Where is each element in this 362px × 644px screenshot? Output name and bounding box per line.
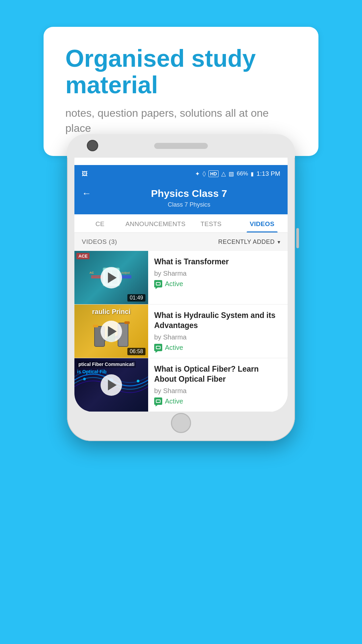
tab-announcements[interactable]: ANNOUNCEMENTS [125, 214, 185, 232]
play-button-2[interactable] [101, 321, 122, 342]
speech-bubble-subtext: notes, question papers, solutions all at… [65, 106, 297, 136]
status-time: 1:13 PM [256, 170, 280, 177]
play-icon-1 [108, 272, 117, 283]
tab-ce[interactable]: CE [74, 214, 125, 232]
vibrate-icon: 〈〉 [202, 171, 206, 177]
hydraulic-text-overlay: raulic Princi [74, 308, 148, 316]
background: Organised study material notes, question… [0, 0, 362, 644]
phone-home-button-area [74, 412, 288, 434]
play-button-3[interactable] [101, 374, 122, 396]
side-scroll-indicator [296, 228, 299, 248]
phone-mockup: 🖼 ✦ 〈〉 HD △ ▧ 66% ▮ 1:13 PM [67, 134, 295, 441]
play-button-1[interactable] [101, 267, 122, 288]
speaker-grille [154, 143, 208, 149]
tabs-bar: CE ANNOUNCEMENTS TESTS VIDEOS [74, 214, 288, 233]
status-label-1: Active [165, 280, 183, 288]
phone-screen: 🖼 ✦ 〈〉 HD △ ▧ 66% ▮ 1:13 PM [74, 165, 288, 412]
chat-icon-3 [154, 397, 162, 405]
video-author-3: by Sharma [154, 387, 282, 395]
svg-rect-11 [93, 325, 98, 327]
video-item-fiber: ptical Fiber Communicati is Optical Fib … [74, 358, 288, 412]
tab-videos[interactable]: VIDEOS [237, 214, 288, 232]
video-info-3: What is Optical Fiber? Learn About Optic… [148, 358, 288, 412]
wifi-icon: △ [221, 170, 226, 177]
hd-badge: HD [208, 170, 219, 177]
fiber-text-line1: ptical Fiber Communicati [77, 361, 136, 368]
sort-dropdown[interactable]: RECENTLY ADDED ▾ [218, 238, 280, 246]
video-status-3: Active [154, 397, 282, 405]
video-author-1: by Sharma [154, 270, 282, 277]
phone-inner-screen: 🖼 ✦ 〈〉 HD △ ▧ 66% ▮ 1:13 PM [74, 142, 288, 412]
video-count-label: VIDEOS (3) [82, 238, 117, 246]
photo-icon: 🖼 [82, 170, 88, 177]
video-thumbnail-1[interactable]: AC output 01:49 ACE [74, 251, 148, 304]
video-duration-1: 01:49 [127, 294, 145, 302]
thumbnail-label-1: ACE [76, 253, 89, 259]
chat-icon-2 [154, 344, 162, 351]
sort-label: RECENTLY ADDED [218, 238, 275, 246]
play-icon-2 [108, 326, 117, 337]
status-bar-right: ✦ 〈〉 HD △ ▧ 66% ▮ 1:13 PM [195, 170, 280, 177]
phone-top-bar [67, 134, 295, 158]
header-subtitle: Class 7 Physics [82, 201, 280, 208]
svg-text:output: output [121, 271, 130, 274]
app-header: ← Physics Class 7 Class 7 Physics [74, 182, 288, 214]
battery-percentage: 66% [237, 170, 248, 177]
status-bar-left: 🖼 [82, 170, 90, 177]
bluetooth-icon: ✦ [195, 170, 200, 177]
header-title: Physics Class 7 [98, 188, 280, 199]
video-thumbnail-2[interactable]: raulic Princi 06:58 [74, 305, 148, 358]
video-status-2: Active [154, 344, 282, 352]
video-info-2: What is Hydraulic System and its Advanta… [148, 305, 288, 358]
tab-tests[interactable]: TESTS [185, 214, 236, 232]
signal-icon: ▧ [229, 170, 234, 177]
chevron-down-icon: ▾ [278, 239, 281, 245]
video-item-hydraulic: raulic Princi 06:58 What is Hydraulic Sy… [74, 305, 288, 358]
video-author-2: by Sharma [154, 333, 282, 341]
battery-icon: ▮ [251, 171, 254, 177]
status-bar: 🖼 ✦ 〈〉 HD △ ▧ 66% ▮ 1:13 PM [74, 165, 288, 182]
svg-rect-12 [124, 321, 130, 324]
video-thumbnail-3[interactable]: ptical Fiber Communicati is Optical Fib [74, 358, 148, 412]
video-status-1: Active [154, 280, 282, 288]
camera-lens [88, 141, 97, 150]
video-title-3: What is Optical Fiber? Learn About Optic… [154, 364, 282, 384]
status-label-3: Active [165, 397, 183, 405]
app-header-top: ← Physics Class 7 [82, 188, 280, 199]
chat-icon-1 [154, 280, 162, 287]
status-label-2: Active [165, 344, 183, 352]
filter-bar: VIDEOS (3) RECENTLY ADDED ▾ [74, 233, 288, 251]
video-duration-2: 06:58 [127, 348, 145, 355]
video-title-2: What is Hydraulic System and its Advanta… [154, 311, 282, 331]
fiber-text-line2: is Optical Fib [77, 369, 107, 374]
home-button[interactable] [171, 413, 191, 433]
play-icon-3 [108, 380, 117, 390]
speech-bubble-heading: Organised study material [65, 45, 297, 98]
top-section: Organised study material notes, question… [0, 0, 362, 156]
video-info-1: What is Transformer by Sharma Active [148, 251, 288, 304]
back-button[interactable]: ← [82, 188, 91, 199]
video-item-transformer: AC output 01:49 ACE What is Transf [74, 251, 288, 305]
svg-text:AC: AC [89, 271, 94, 274]
video-title-1: What is Transformer [154, 257, 282, 267]
phone-outer-shell: 🖼 ✦ 〈〉 HD △ ▧ 66% ▮ 1:13 PM [67, 134, 295, 441]
